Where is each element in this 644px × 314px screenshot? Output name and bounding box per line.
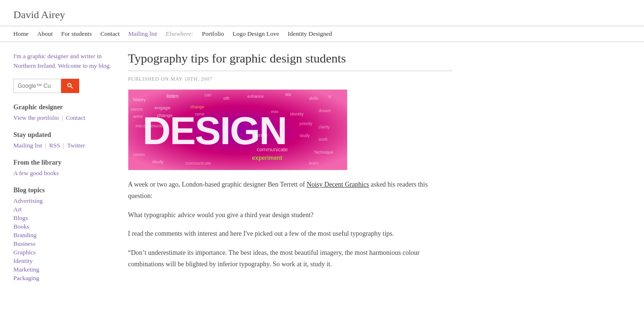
svg-text:priority: priority [299, 121, 312, 126]
article-quote-1: “Don’t underestimate its importance. The… [128, 247, 453, 270]
svg-text:communicate: communicate [257, 147, 288, 152]
search-icon [67, 83, 74, 89]
svg-text:history: history [133, 97, 146, 102]
svg-text:comm: comm [131, 107, 142, 112]
nav-mailing-list[interactable]: Mailing list [128, 30, 157, 38]
blog-topic-item[interactable]: Packaging [13, 274, 39, 282]
nav-identity-designed[interactable]: Identity Designed [288, 30, 332, 38]
link-divider-3: | [63, 142, 64, 149]
svg-text:work: work [318, 137, 327, 142]
svg-text:change: change [157, 113, 173, 118]
article-date: PUBLISHED ON MAY 18TH, 2007 [128, 76, 453, 82]
blog-topic-item[interactable]: Identity [13, 257, 32, 264]
twitter-link[interactable]: Twitter [67, 142, 85, 149]
blog-topic-item[interactable]: Advertising [13, 197, 42, 204]
stay-updated-section: Stay updated Mailing list | RSS | Twitte… [13, 131, 114, 149]
svg-text:mix·communicate: mix·communicate [136, 124, 169, 128]
svg-text:anno: anno [133, 114, 143, 119]
svg-text:learn: learn [309, 161, 318, 166]
graphic-designer-links: View the portfolio | Contact [13, 114, 114, 122]
sidebar-intro: I'm a graphic designer and writer in Nor… [13, 52, 114, 70]
noisy-decent-graphics-link[interactable]: Noisy Decent Graphics [306, 181, 369, 188]
svg-text:experiment: experiment [252, 155, 283, 161]
blog-topic-item[interactable]: Graphics [13, 249, 36, 256]
article-image: history listen can oth enhance ots skill… [128, 89, 453, 170]
svg-text:listen: listen [167, 93, 179, 99]
svg-point-0 [68, 84, 71, 87]
rss-link[interactable]: RSS [49, 142, 60, 149]
svg-text:can: can [204, 93, 211, 97]
svg-text:ots: ots [285, 92, 291, 97]
design-word-cloud: history listen can oth enhance ots skill… [128, 89, 348, 170]
nav-about[interactable]: About [37, 30, 53, 38]
article-para-1: A week or two ago, London-based graphic … [128, 179, 453, 202]
blog-topic-item[interactable]: Books [13, 223, 29, 230]
graphic-designer-title: Graphic designer [13, 104, 114, 111]
svg-text:clarity: clarity [318, 125, 330, 129]
library-title: From the library [13, 159, 114, 167]
svg-text:none: none [195, 112, 204, 116]
blog-topics-section: Blog topics AdvertisingArtBlogsBooksBran… [13, 187, 114, 282]
svg-text:study: study [152, 159, 164, 164]
svg-text:study: study [299, 133, 310, 138]
word-cloud-svg: history listen can oth enhance ots skill… [128, 89, 347, 170]
article-para-2: What typographic advice would you give a… [128, 209, 453, 221]
nav-contact[interactable]: Contact [100, 30, 119, 38]
svg-text:lounge: lounge [252, 132, 268, 138]
search-button[interactable] [61, 79, 79, 93]
nav-for-students[interactable]: For students [61, 30, 92, 38]
svg-text:w: w [327, 94, 331, 99]
main-nav: Home About For students Contact Mailing … [0, 26, 644, 42]
library-section: From the library A few good books [13, 159, 114, 177]
svg-text:skills: skills [309, 96, 318, 101]
site-title: David Airey [13, 9, 631, 21]
graphic-designer-section: Graphic designer View the portfolio | Co… [13, 104, 114, 122]
link-divider: | [62, 114, 63, 122]
nav-home[interactable]: Home [13, 30, 29, 38]
view-portfolio-link[interactable]: View the portfolio [13, 114, 59, 122]
search-box [13, 79, 114, 93]
nav-portfolio[interactable]: Portfolio [202, 30, 224, 38]
svg-text:communicate: communicate [185, 161, 211, 166]
mailing-list-link[interactable]: Mailing list [13, 142, 42, 149]
contact-link[interactable]: Contact [66, 114, 85, 122]
nav-logo-design-love[interactable]: Logo Design Love [232, 30, 279, 38]
sidebar: I'm a graphic designer and writer in Nor… [13, 52, 114, 292]
nav-elsewhere-label: Elsewhere: [166, 30, 193, 38]
blog-topic-item[interactable]: Branding [13, 231, 36, 239]
blog-topic-item[interactable]: Business [13, 240, 35, 247]
svg-text:oth: oth [223, 96, 229, 101]
svg-line-1 [71, 86, 73, 88]
word-cloud-background: history listen can oth enhance ots skill… [128, 90, 347, 170]
svg-text:Technique: Technique [314, 150, 333, 155]
main-content: Typography tips for graphic design stude… [128, 52, 453, 292]
svg-text:enhance: enhance [247, 94, 264, 99]
library-link[interactable]: A few good books [13, 169, 59, 177]
article-body: A week or two ago, London-based graphic … [128, 179, 453, 270]
svg-text:comm: comm [133, 152, 145, 157]
link-divider-2: | [45, 142, 46, 149]
stay-updated-links: Mailing list | RSS | Twitter [13, 142, 114, 149]
blog-topic-item[interactable]: Marketing [13, 266, 39, 273]
blog-topic-item[interactable]: Blogs [13, 214, 28, 221]
stay-updated-title: Stay updated [13, 131, 114, 139]
svg-text:mix: mix [271, 109, 278, 114]
article-title: Typography tips for graphic design stude… [128, 52, 453, 71]
blog-topics-title: Blog topics [13, 187, 114, 194]
blog-topics-list: AdvertisingArtBlogsBooksBrandingBusiness… [13, 197, 114, 282]
article-para-3: I read the comments with interest and he… [128, 228, 453, 240]
svg-text:identity: identity [290, 112, 304, 116]
search-input[interactable] [13, 79, 61, 93]
svg-text:dream: dream [318, 108, 330, 113]
blog-topic-item[interactable]: Art [13, 206, 21, 213]
